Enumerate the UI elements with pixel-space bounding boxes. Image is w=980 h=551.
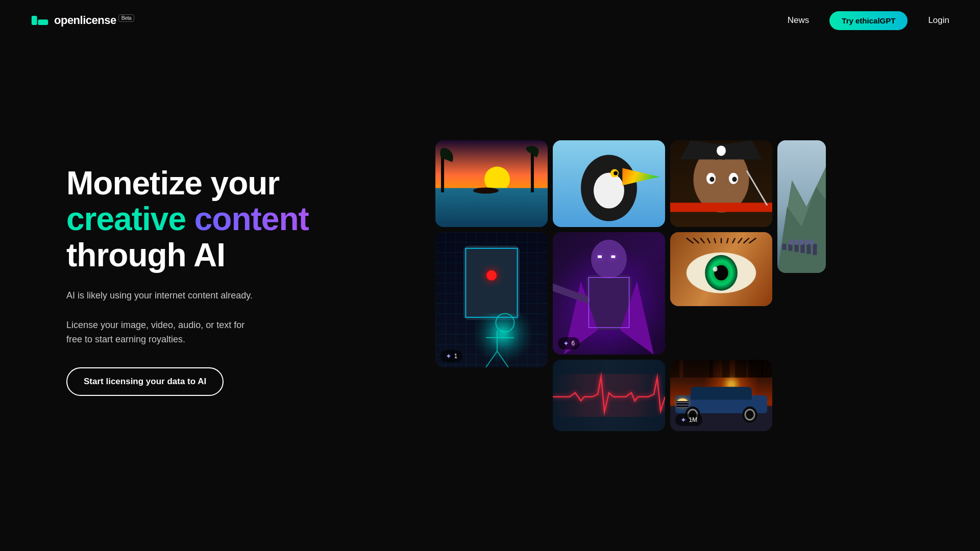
subtext-2: License your image, video, audio, or tex… xyxy=(66,318,260,347)
nav-right: News Try ethicalGPT Login xyxy=(788,11,949,30)
ethical-gpt-button[interactable]: Try ethicalGPT xyxy=(829,11,908,30)
spark-icon: ✦ xyxy=(680,416,687,424)
robot-canvas xyxy=(435,232,548,367)
card-toucan[interactable] xyxy=(553,140,665,227)
heartbeat-canvas xyxy=(553,360,665,431)
logo-text: openlicenseBeta xyxy=(54,14,134,27)
headline: Monetize your creative content through A… xyxy=(66,165,311,273)
card-warrior[interactable]: ✦6 xyxy=(553,232,665,355)
beta-badge: Beta xyxy=(118,14,135,22)
badge-count: 6 xyxy=(572,340,575,347)
spark-icon: ✦ xyxy=(563,339,569,347)
car-badge: ✦1M xyxy=(675,414,703,426)
badge-count: 1 xyxy=(454,353,458,360)
card-mountain[interactable] xyxy=(777,140,826,273)
left-side: Monetize your creative content through A… xyxy=(66,165,311,396)
login-button[interactable]: Login xyxy=(928,15,949,26)
main-content: Monetize your creative content through A… xyxy=(0,41,980,551)
card-robot[interactable]: ✦1 xyxy=(435,232,548,367)
card-car[interactable]: ✦1M xyxy=(670,360,772,431)
card-otter[interactable] xyxy=(670,140,772,227)
svg-rect-1 xyxy=(38,19,48,25)
svg-rect-0 xyxy=(32,16,37,25)
mountain-canvas xyxy=(777,140,826,273)
subtext: AI is likely using your internet content… xyxy=(66,288,260,347)
robot-badge: ✦1 xyxy=(440,350,463,362)
headline-content: content xyxy=(194,201,309,237)
logo-area: openlicenseBeta xyxy=(31,11,134,30)
headline-creative: creative xyxy=(66,201,186,237)
card-eye[interactable] xyxy=(670,232,772,306)
logo-icon xyxy=(31,11,49,30)
cta-button[interactable]: Start licensing your data to AI xyxy=(66,367,224,396)
spark-icon: ✦ xyxy=(446,352,452,360)
warrior-canvas xyxy=(553,232,665,355)
navbar: openlicenseBeta News Try ethicalGPT Logi… xyxy=(0,0,980,41)
toucan-canvas xyxy=(553,140,665,227)
sunset-canvas xyxy=(435,140,548,227)
otter-canvas xyxy=(670,140,772,227)
card-heartbeat[interactable] xyxy=(553,360,665,431)
news-link[interactable]: News xyxy=(788,15,810,26)
warrior-badge: ✦6 xyxy=(558,337,580,349)
eye-canvas xyxy=(670,232,772,306)
card-sunset[interactable] xyxy=(435,140,548,227)
right-side: ✦1✦6✦1M xyxy=(311,31,949,541)
image-grid: ✦1✦6✦1M xyxy=(435,140,826,431)
badge-count: 1M xyxy=(689,416,698,423)
subtext-1: AI is likely using your internet content… xyxy=(66,288,260,303)
headline-line3: through AI xyxy=(66,237,225,273)
headline-line1: Monetize your xyxy=(66,165,279,202)
